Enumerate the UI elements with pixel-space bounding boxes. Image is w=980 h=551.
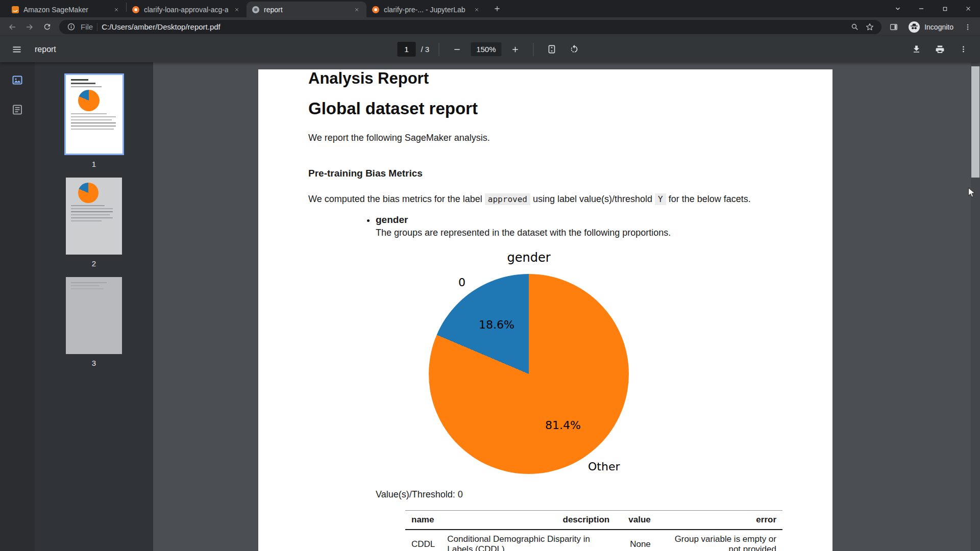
vertical-scrollbar[interactable]: [971, 62, 980, 551]
chevron-down-icon: [894, 5, 901, 12]
bias-metrics-table: name description value error CDDL Condit…: [405, 510, 782, 551]
tab-amazon-sagemaker[interactable]: Amazon SageMaker: [6, 2, 126, 17]
col-error: error: [657, 511, 782, 530]
incognito-label: Incognito: [924, 23, 953, 31]
thumbnail-panel: 1 2 3: [35, 62, 153, 551]
thumbnail-page-1[interactable]: [64, 73, 124, 155]
scrollbar-thumb[interactable]: [971, 66, 979, 178]
col-description: description: [441, 511, 616, 530]
more-vert-icon: [964, 23, 972, 31]
fit-page-icon: [547, 44, 556, 54]
bookmark-star-icon[interactable]: [864, 21, 875, 33]
metrics-text: for the below facets.: [669, 194, 751, 204]
back-icon: [8, 22, 17, 32]
thumbnails-view-button[interactable]: [11, 73, 24, 87]
plus-icon: [493, 5, 501, 13]
report-title: Analysis Report: [308, 69, 782, 88]
close-window-button[interactable]: [957, 0, 980, 17]
tab-report-active[interactable]: report: [247, 2, 366, 17]
forward-icon: [25, 22, 34, 32]
intro-text: We report the following SageMaker analys…: [308, 133, 782, 143]
page-number-input[interactable]: [397, 42, 415, 57]
browser-toolbar: File C:/Users/amber/Desktop/report.pdf I…: [0, 17, 980, 36]
tab-clarify-loan-approval[interactable]: clarify-loan-approval-acg-ai-122: [127, 2, 247, 17]
threshold-code: Y: [655, 193, 666, 205]
maximize-button[interactable]: [933, 0, 957, 17]
tab-title: clarify-pre-... - JupyterLab: [384, 6, 468, 14]
download-button[interactable]: [908, 41, 925, 58]
tab-close-icon[interactable]: [352, 5, 361, 14]
pie-slice-label-other: Other: [588, 460, 620, 473]
col-value: value: [616, 511, 657, 530]
tab-close-icon[interactable]: [472, 5, 481, 14]
info-icon[interactable]: [65, 21, 77, 33]
side-panel-button[interactable]: [886, 19, 902, 35]
back-button[interactable]: [4, 19, 20, 35]
cell-description: Conditional Demographic Disparity in Lab…: [441, 530, 616, 551]
thumbnail-page-2[interactable]: [66, 178, 122, 255]
download-icon: [912, 44, 921, 54]
incognito-avatar-icon: [908, 21, 920, 33]
omnibox[interactable]: File C:/Users/amber/Desktop/report.pdf: [59, 20, 881, 34]
outline-view-button[interactable]: [11, 103, 24, 116]
mouse-cursor: [968, 187, 976, 198]
pdf-content-area: Analysis Report Global dataset report We…: [153, 62, 971, 551]
facet-name: gender: [376, 214, 408, 225]
hamburger-icon: [12, 44, 22, 55]
url-scheme-label: File: [81, 22, 93, 31]
toolbar-separator: [533, 43, 534, 56]
cell-error: Group variable is empty or not provided: [657, 530, 782, 551]
reload-button[interactable]: [39, 19, 55, 35]
fit-page-button[interactable]: [543, 41, 560, 58]
pdf-toolbar: report / 3 150%: [0, 36, 980, 62]
table-header-row: name description value error: [405, 511, 782, 530]
close-icon: [965, 5, 972, 12]
print-icon: [935, 44, 945, 54]
label-code: approved: [485, 193, 530, 205]
side-panel-icon: [889, 22, 898, 32]
thumbnail-page-label: 1: [92, 160, 96, 168]
cell-name: CDDL: [405, 530, 441, 551]
tab-close-icon[interactable]: [112, 5, 121, 14]
print-button[interactable]: [931, 41, 948, 58]
mini-pie-icon: [78, 90, 100, 111]
tab-strip: Amazon SageMaker clarify-loan-approval-a…: [0, 0, 980, 17]
metrics-text: We computed the bias metrics for the lab…: [308, 194, 482, 204]
window-controls: [886, 0, 980, 17]
browser-menu-button[interactable]: [960, 19, 976, 35]
more-vert-icon: [959, 45, 968, 54]
tab-title: clarify-loan-approval-acg-ai-122: [144, 6, 228, 14]
thumbnails-icon: [11, 74, 23, 86]
reload-icon: [43, 22, 52, 31]
tab-title: report: [264, 6, 348, 14]
forward-button[interactable]: [21, 19, 38, 35]
rotate-button[interactable]: [566, 41, 583, 58]
pdf-more-button[interactable]: [954, 41, 972, 58]
minimize-button[interactable]: [910, 0, 933, 17]
zoom-level[interactable]: 150%: [471, 42, 501, 56]
tab-jupyterlab[interactable]: clarify-pre-... - JupyterLab: [366, 2, 486, 17]
metrics-text: using label value(s)/threshold: [533, 194, 652, 204]
profile-badge[interactable]: Incognito: [903, 21, 959, 33]
minus-icon: [452, 45, 461, 54]
toolbar-separator: [438, 43, 439, 56]
jupyter-favicon-icon: [372, 6, 380, 14]
omnibox-divider: [97, 23, 97, 31]
pie-slice-label-0: 0: [458, 276, 465, 289]
zoom-page-icon[interactable]: [849, 21, 860, 33]
jupyter-favicon-icon: [132, 6, 140, 14]
cell-value: None: [616, 530, 657, 551]
maximize-icon: [942, 6, 948, 12]
document-outline-icon: [11, 104, 23, 116]
zoom-in-button[interactable]: [507, 41, 524, 58]
chart-title: gender: [376, 251, 682, 265]
url-text[interactable]: C:/Users/amber/Desktop/report.pdf: [102, 22, 845, 31]
sidebar-rail: [0, 62, 35, 551]
thumbnail-page-3[interactable]: [66, 277, 122, 354]
pdf-title: report: [35, 45, 56, 54]
zoom-out-button[interactable]: [448, 41, 465, 58]
tab-close-icon[interactable]: [232, 5, 241, 14]
pdf-menu-button[interactable]: [8, 41, 26, 58]
tab-search-button[interactable]: [886, 0, 910, 17]
new-tab-button[interactable]: [489, 1, 505, 16]
